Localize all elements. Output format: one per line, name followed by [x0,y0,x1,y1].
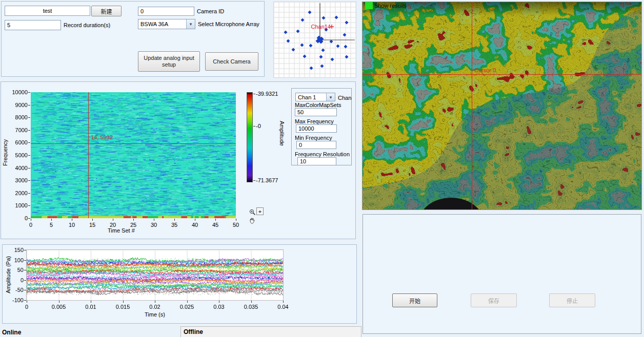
check-camera-button[interactable]: Check Camera [205,52,258,71]
tick-label [24,300,26,301]
camera-cursor-vline[interactable] [472,2,472,209]
save-button[interactable]: 保存 [471,293,517,307]
tab-offline[interactable] [180,326,361,337]
tick-label [155,301,155,303]
tick-label [28,130,30,131]
tick-label [251,301,252,303]
chevron-down-icon[interactable]: ▾ [186,19,195,29]
tick-label [28,155,30,156]
tick-label [187,301,188,303]
waveform-plot[interactable] [27,250,283,300]
stop-button[interactable]: 停止 [549,293,595,307]
camera-id-label: Camera ID [197,8,224,14]
camera-id-input[interactable] [138,7,194,16]
spectrogram-plot[interactable] [31,92,236,218]
record-duration-input[interactable] [5,20,61,30]
frequency-resolution-input[interactable] [297,157,336,165]
max-frequency-label: Max Frequency [295,118,334,124]
zoom-tool-icon[interactable] [249,208,256,216]
tick-label [174,219,175,221]
tick-label: 50 [228,222,244,228]
tick-label: 25 [126,222,141,228]
tick-label: 0 [5,215,28,221]
tick-label: 0 [16,304,37,310]
tick-label: 0.04 [273,304,293,310]
chevron-down-icon[interactable]: ▾ [326,93,335,101]
tick-label [219,301,219,303]
tick-label [195,219,195,221]
tick-label [28,117,30,118]
pan-tool-icon[interactable] [249,217,255,224]
channel-select[interactable]: Chan 1 ▾ [295,93,335,101]
test-name-input[interactable] [5,6,90,16]
tick-label: 1000 [5,202,28,208]
tick-label: 0.025 [177,304,197,310]
tick-label [28,218,30,219]
tick-label: 40 [187,222,203,228]
mic-array-plot[interactable]: Chan14 [273,2,356,78]
actions-panel [363,214,641,334]
tick-label [28,180,30,181]
tick-label: 7000 [5,127,28,133]
tick-label [154,219,154,221]
svg-text:Chan14: Chan14 [311,24,331,30]
tick-label: 4000 [5,165,28,171]
tick-label: 0.015 [113,304,133,310]
tick-label [24,260,26,261]
tick-label: 0 [2,277,24,283]
tab-online[interactable]: Online [2,329,21,336]
tick-label [24,280,26,281]
spectrogram-cursor-hline[interactable] [31,143,236,144]
tick-label [51,219,52,221]
update-analog-input-button[interactable]: Update analog input setup [138,51,200,72]
tick-label [236,219,236,221]
tick-label: 30 [146,222,162,228]
tick-label: -50 [2,287,24,293]
maxcolormap-label: MaxColorMapSets [295,102,341,108]
start-button[interactable]: 开始 [392,293,437,307]
tick-label [59,301,59,303]
record-duration-label: Record duration(s) [64,22,110,28]
tick-label [24,290,26,290]
new-button[interactable]: 新建 [91,6,122,16]
tick-label [28,142,30,143]
tick-label [28,193,30,194]
tick-label: 15 [85,222,100,228]
tick-label: 0 [23,222,38,228]
camera-acoustic-image[interactable] [363,2,641,209]
tick-label: 35 [167,222,182,228]
tick-label [72,219,72,221]
tick-label: 10 [64,222,79,228]
tick-label: 9000 [5,102,28,108]
tick-label [28,92,30,93]
tick-label [24,250,26,250]
tick-label: 5000 [5,152,28,158]
tick-label [91,301,91,303]
spectrogram-cursor-label: 14, 5932 [91,134,113,140]
tick-label: 0.03 [209,304,229,310]
tick-label [133,219,134,221]
tick-label [27,301,27,303]
frequency-resolution-label: Frequency Resolution [295,151,350,157]
tick-label: 2000 [5,190,28,196]
tick-label [28,168,30,168]
colorbar-mid-tick: -0 [256,123,261,129]
channel-select-value: Chan 1 [296,94,326,100]
tick-label: 6000 [5,139,28,145]
camera-cursor-hline[interactable] [363,74,641,75]
mic-array-select-value: BSWA 36A [138,21,186,27]
tick-label: 5 [44,222,59,228]
cursor-tool-icon[interactable]: + [256,207,264,215]
tick-label: 8000 [5,114,28,120]
tick-label [28,205,30,206]
camera-cursor-label: Cursor 0 [474,67,496,73]
spectrogram-cursor-vline[interactable] [88,92,89,218]
min-frequency-input[interactable] [296,141,336,149]
max-frequency-input[interactable] [296,124,337,133]
maxcolormap-input[interactable] [295,108,337,116]
tick-label [215,219,216,221]
mic-array-select[interactable]: BSWA 36A ▾ [138,19,195,29]
show-results-indicator[interactable] [365,2,373,9]
tick-label [113,219,113,221]
min-frequency-label: Min Frequency [295,135,332,141]
